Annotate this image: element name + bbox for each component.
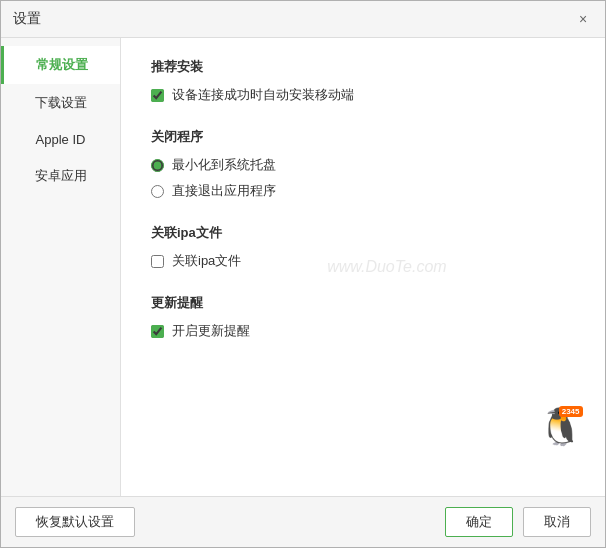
title-bar: 设置 × — [1, 1, 605, 38]
mascot-icon: 🐧 — [538, 406, 583, 447]
mascot-badge: 2345 — [559, 406, 583, 417]
option-minimize-tray: 最小化到系统托盘 — [151, 156, 575, 174]
radio-minimize-tray[interactable] — [151, 159, 164, 172]
label-minimize-tray: 最小化到系统托盘 — [172, 156, 276, 174]
label-auto-install: 设备连接成功时自动安装移动端 — [172, 86, 354, 104]
settings-dialog: 设置 × 常规设置 下载设置 Apple ID 安卓应用 推荐安装 设备连接成功… — [0, 0, 606, 548]
sidebar-item-appleid[interactable]: Apple ID — [1, 122, 120, 157]
main-content: 推荐安装 设备连接成功时自动安装移动端 关闭程序 最小化到系统托盘 直接退出应用… — [121, 38, 605, 496]
sidebar-item-download[interactable]: 下载设置 — [1, 84, 120, 122]
footer: 恢复默认设置 确定 取消 — [1, 496, 605, 547]
checkbox-associate-ipa[interactable] — [151, 255, 164, 268]
option-associate-ipa: 关联ipa文件 — [151, 252, 575, 270]
section-title-update: 更新提醒 — [151, 294, 575, 312]
restore-defaults-button[interactable]: 恢复默认设置 — [15, 507, 135, 537]
section-close-program: 关闭程序 最小化到系统托盘 直接退出应用程序 — [151, 128, 575, 200]
option-auto-install: 设备连接成功时自动安装移动端 — [151, 86, 575, 104]
close-button[interactable]: × — [573, 9, 593, 29]
option-enable-update: 开启更新提醒 — [151, 322, 575, 340]
checkbox-auto-install[interactable] — [151, 89, 164, 102]
section-update-reminder: 更新提醒 开启更新提醒 — [151, 294, 575, 340]
checkbox-enable-update[interactable] — [151, 325, 164, 338]
section-title-ipa: 关联ipa文件 — [151, 224, 575, 242]
section-recommended-install: 推荐安装 设备连接成功时自动安装移动端 — [151, 58, 575, 104]
option-exit-app: 直接退出应用程序 — [151, 182, 575, 200]
sidebar-item-android[interactable]: 安卓应用 — [1, 157, 120, 195]
label-enable-update: 开启更新提醒 — [172, 322, 250, 340]
label-exit-app: 直接退出应用程序 — [172, 182, 276, 200]
sidebar: 常规设置 下载设置 Apple ID 安卓应用 — [1, 38, 121, 496]
label-associate-ipa: 关联ipa文件 — [172, 252, 241, 270]
ok-button[interactable]: 确定 — [445, 507, 513, 537]
section-ipa-association: 关联ipa文件 关联ipa文件 — [151, 224, 575, 270]
dialog-body: 常规设置 下载设置 Apple ID 安卓应用 推荐安装 设备连接成功时自动安装… — [1, 38, 605, 496]
mascot-area: 🐧 2345 — [525, 388, 595, 448]
radio-exit-app[interactable] — [151, 185, 164, 198]
cancel-button[interactable]: 取消 — [523, 507, 591, 537]
sidebar-item-general[interactable]: 常规设置 — [1, 46, 120, 84]
section-title-recommended: 推荐安装 — [151, 58, 575, 76]
dialog-title: 设置 — [13, 10, 41, 28]
footer-right-buttons: 确定 取消 — [445, 507, 591, 537]
section-title-close: 关闭程序 — [151, 128, 575, 146]
